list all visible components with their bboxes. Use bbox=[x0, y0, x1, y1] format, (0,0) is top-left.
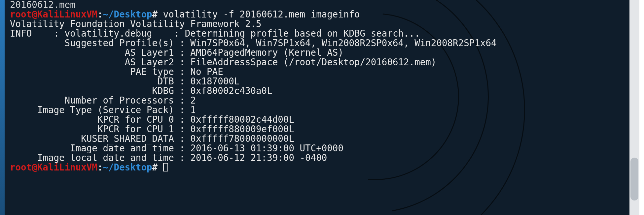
prompt2-colon: : bbox=[97, 162, 103, 172]
volatility-banner: Volatility Foundation Volatility Framewo… bbox=[10, 18, 262, 29]
prompt-path: ~/Desktop bbox=[103, 9, 152, 19]
prompt-at: @ bbox=[32, 9, 37, 19]
terminal-output: 20160612.mem root@KaliLinuxVM:~/Desktop#… bbox=[10, 0, 628, 172]
scrollbar-thumb[interactable] bbox=[630, 158, 638, 200]
prev-output-fragment: 20160612.mem bbox=[10, 0, 76, 10]
window-frame-right bbox=[639, 0, 644, 215]
prompt2-user: root bbox=[10, 162, 32, 172]
volatility-info-line: INFO : volatility.debug : Determining pr… bbox=[10, 28, 420, 39]
prompt-colon: : bbox=[97, 9, 103, 19]
command-text: volatility -f 20160612.mem imageinfo bbox=[163, 9, 360, 19]
window-frame-left bbox=[0, 0, 5, 215]
prompt2-hash: # bbox=[152, 162, 158, 172]
prompt2-host: KaliLinuxVM bbox=[37, 162, 97, 172]
prompt-hash: # bbox=[152, 9, 158, 19]
prompt2-path: ~/Desktop bbox=[103, 162, 152, 172]
terminal-cursor bbox=[163, 163, 168, 171]
prompt2-at: @ bbox=[32, 162, 37, 172]
prompt-user: root bbox=[10, 9, 32, 19]
imageinfo-rows: Suggested Profile(s) : Win7SP0x64, Win7S… bbox=[10, 38, 497, 163]
terminal[interactable]: 20160612.mem root@KaliLinuxVM:~/Desktop#… bbox=[9, 0, 629, 215]
prompt-host: KaliLinuxVM bbox=[37, 9, 97, 19]
